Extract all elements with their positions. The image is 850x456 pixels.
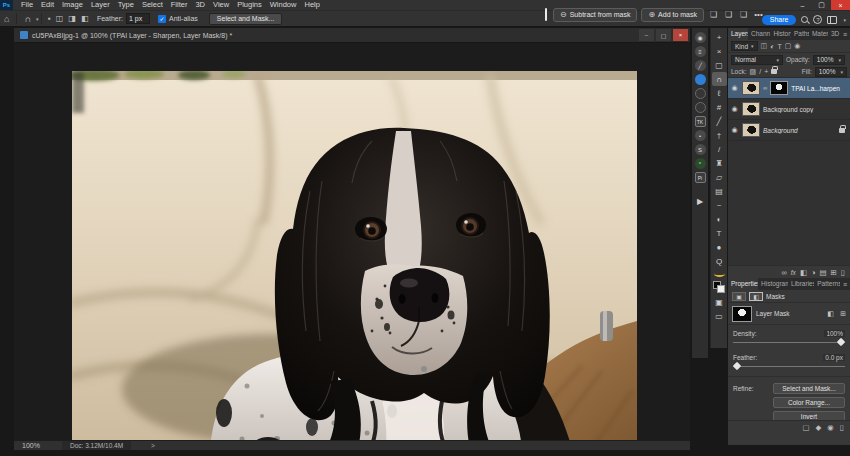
disable-mask-icon[interactable]: ◉ xyxy=(827,423,834,432)
healing-tool[interactable]: † xyxy=(712,128,727,142)
plugin-pi-icon[interactable]: Pi xyxy=(695,172,706,183)
tab-histogram[interactable]: Histogram xyxy=(758,278,788,290)
mask-target-icon[interactable]: ◧ xyxy=(749,292,763,301)
lock-all-icon[interactable] xyxy=(771,69,777,74)
subtract-from-mask-button[interactable]: ⊖ Subtract from mask xyxy=(553,8,637,22)
load-selection-icon[interactable]: ▢ xyxy=(802,423,809,432)
layer-thumbnail[interactable] xyxy=(742,123,760,137)
tab-channels[interactable]: Channe xyxy=(748,28,770,40)
color-range-button[interactable]: Color Range... xyxy=(773,397,845,408)
chevron-down-icon[interactable]: ▾ xyxy=(843,17,846,23)
move-tool[interactable]: + xyxy=(712,30,727,44)
opacity-dropdown[interactable]: 100% ▾ xyxy=(813,55,845,65)
type-tool[interactable]: T xyxy=(712,226,727,240)
mask-link-icon[interactable]: ∞ xyxy=(763,85,767,91)
mask-option-icon-2[interactable]: ❏ xyxy=(723,9,734,20)
minimize-button[interactable]: – xyxy=(793,0,812,10)
plugin-circle-icon-2[interactable] xyxy=(695,102,706,113)
visibility-eye-icon[interactable]: ◉ xyxy=(730,126,739,134)
delete-mask-icon[interactable]: ▯ xyxy=(840,423,844,432)
new-layer-icon[interactable]: ⊞ xyxy=(831,268,837,277)
marquee-tool[interactable]: ▢ xyxy=(712,58,727,72)
subtract-from-selection-icon[interactable]: ◨ xyxy=(66,14,79,23)
document-tab-bar[interactable]: cU5PAxBIjpg-1 @ 100% (TPAI Layer - Sharp… xyxy=(14,28,690,43)
share-button[interactable]: Share xyxy=(762,15,797,25)
home-icon[interactable]: ⌂ xyxy=(0,14,13,24)
tab-patterns[interactable]: Patterns xyxy=(814,278,840,290)
dodge-tool[interactable]: ◐ xyxy=(712,212,727,226)
layer-mask-thumbnail[interactable] xyxy=(770,81,788,95)
kind-filter-dropdown[interactable]: Kind ▾ xyxy=(731,41,758,51)
panel-menu-icon[interactable]: ≡ xyxy=(840,31,850,38)
lock-position-icon[interactable]: + xyxy=(764,68,768,75)
plugin-sparkle-icon[interactable]: * xyxy=(695,158,706,169)
visibility-eye-icon[interactable]: ◉ xyxy=(730,105,739,113)
lock-transparent-icon[interactable]: ▨ xyxy=(750,68,757,76)
gradient-tool[interactable]: ▤ xyxy=(712,184,727,198)
mask-option-icon-3[interactable]: ❏ xyxy=(738,9,749,20)
feather-slider[interactable] xyxy=(733,361,845,371)
zoom-tool[interactable]: Q xyxy=(712,254,727,268)
eraser-tool[interactable]: ▱ xyxy=(712,170,727,184)
layer-row-background-copy[interactable]: ◉ Background copy xyxy=(728,99,850,120)
density-value[interactable]: 100% xyxy=(824,330,845,337)
layer-thumbnail[interactable] xyxy=(742,102,760,116)
lasso-tool-icon[interactable]: ∩ xyxy=(20,14,34,24)
link-layers-icon[interactable]: ∞ xyxy=(781,268,786,277)
mask-option-icon-1[interactable]: ❏ xyxy=(708,9,719,20)
artboard-tool[interactable]: × xyxy=(712,44,727,58)
menu-plugins[interactable]: Plugins xyxy=(233,0,266,10)
add-to-selection-icon[interactable]: ◫ xyxy=(53,14,66,23)
workspace-icon[interactable] xyxy=(827,16,837,24)
help-icon[interactable]: ? xyxy=(813,15,822,24)
layer-row-background[interactable]: ◉ Background xyxy=(728,120,850,141)
drag-handle[interactable] xyxy=(545,8,547,21)
filter-pixel-icon[interactable]: ◫ xyxy=(761,42,768,50)
filter-shape-icon[interactable]: ▢ xyxy=(785,42,792,50)
filter-type-icon[interactable]: T xyxy=(777,43,781,50)
mask-mode-icon[interactable]: ◧ xyxy=(828,310,835,318)
menu-type[interactable]: Type xyxy=(114,0,138,10)
quick-selection-tool[interactable]: ℓ xyxy=(712,86,727,100)
adjustment-layer-icon[interactable]: ◑ xyxy=(811,268,816,277)
screen-mode-icon[interactable]: ▭ xyxy=(712,309,727,323)
plugin-eye-icon[interactable]: ◉ xyxy=(695,32,706,43)
select-and-mask-panel-button[interactable]: Select and Mask... xyxy=(773,383,845,394)
smudge-tool[interactable]: ~ xyxy=(712,198,727,212)
density-slider-knob[interactable] xyxy=(837,338,845,346)
layer-name[interactable]: TPAI La...harpen xyxy=(791,85,848,92)
color-swatches[interactable] xyxy=(713,281,725,293)
menu-image[interactable]: Image xyxy=(58,0,87,10)
plugin-s-icon[interactable]: S xyxy=(695,144,706,155)
chevron-down-icon[interactable]: ▾ xyxy=(36,16,39,22)
mask-add-icon[interactable]: ⊞ xyxy=(840,310,846,318)
menu-file[interactable]: File xyxy=(17,0,37,10)
menu-help[interactable]: Help xyxy=(300,0,323,10)
shape-tool[interactable]: ● xyxy=(712,240,727,254)
doc-minimize-button[interactable]: – xyxy=(639,29,654,41)
add-to-mask-button[interactable]: ⊕ Add to mask xyxy=(641,8,704,22)
menu-view[interactable]: View xyxy=(209,0,233,10)
maximize-button[interactable]: ▢ xyxy=(812,0,831,10)
plugin-sliders-icon[interactable]: ≡ xyxy=(695,46,706,57)
filter-smart-icon[interactable]: ◉ xyxy=(794,42,800,50)
zoom-level[interactable]: 100% xyxy=(22,442,62,449)
pixel-target-icon[interactable]: ▣ xyxy=(732,292,746,301)
lock-pixels-icon[interactable]: / xyxy=(759,68,761,75)
search-icon[interactable] xyxy=(801,16,808,23)
plugin-dot-icon[interactable]: • xyxy=(695,130,706,141)
plugin-pen-icon[interactable]: ╱ xyxy=(695,60,706,71)
add-mask-icon[interactable]: ◧ xyxy=(800,268,807,277)
tab-libraries[interactable]: Libraries xyxy=(788,278,814,290)
new-selection-icon[interactable]: ▪ xyxy=(45,14,53,23)
tab-layers[interactable]: Layers xyxy=(728,28,748,40)
tab-history[interactable]: History xyxy=(770,28,791,40)
new-group-icon[interactable]: ▤ xyxy=(819,268,826,277)
apply-mask-icon[interactable]: ◆ xyxy=(816,423,822,432)
lasso-tool-selected[interactable]: ∩ xyxy=(712,72,727,86)
menu-window[interactable]: Window xyxy=(266,0,301,10)
menu-3d[interactable]: 3D xyxy=(191,0,209,10)
menu-edit[interactable]: Edit xyxy=(37,0,58,10)
feather-input[interactable]: 1 px xyxy=(126,13,150,24)
filter-adjustment-icon[interactable]: ◐ xyxy=(770,43,774,50)
